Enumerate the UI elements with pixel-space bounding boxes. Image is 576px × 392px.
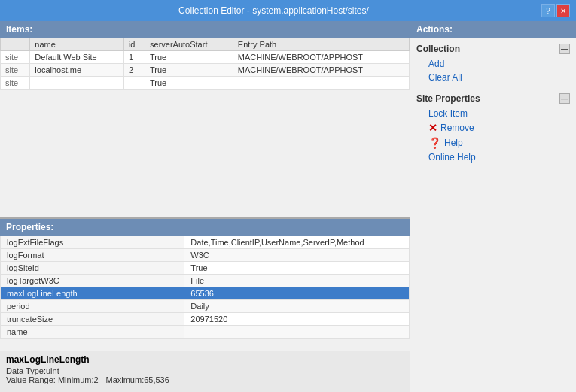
row-id: 2 — [123, 64, 145, 77]
row-entrypath: MACHINE/WEBROOT/APPHOST — [233, 51, 409, 64]
row-name — [30, 77, 124, 90]
help-label: Help — [444, 138, 463, 148]
close-window-btn[interactable]: ✕ — [556, 4, 570, 17]
prop-value-cell: 65536 — [184, 287, 410, 300]
table-row[interactable]: site True — [1, 77, 410, 90]
online-help-label: Online Help — [428, 152, 476, 163]
lock-item-action[interactable]: Lock Item — [416, 107, 570, 120]
clear-all-action[interactable]: Clear All — [416, 71, 570, 84]
help-window-btn[interactable]: ? — [541, 4, 555, 17]
remove-label: Remove — [440, 123, 474, 133]
site-properties-group: Site Properties — Lock Item ✕ Remove ❓ H… — [416, 93, 570, 164]
remove-x-icon: ✕ — [428, 122, 437, 134]
site-properties-title: Site Properties — [416, 93, 480, 104]
properties-header: Properties: — [0, 219, 410, 236]
collection-title: Collection — [416, 44, 460, 54]
properties-table: logExtFileFlags Date,Time,ClientIP,UserN… — [0, 236, 410, 339]
site-properties-collapse-btn[interactable]: — — [559, 93, 570, 104]
col-type — [1, 38, 30, 51]
row-entrypath: MACHINE/WEBROOT/APPHOST — [233, 64, 409, 77]
selected-prop-valuerange: Value Range: Minimum:2 - Maximum:65,536 — [6, 375, 404, 384]
row-serverautostart: True — [145, 51, 233, 64]
clear-all-label: Clear All — [428, 72, 462, 83]
row-type: site — [1, 64, 30, 77]
selected-prop-name: maxLogLineLength — [6, 354, 404, 365]
row-name: Default Web Site — [30, 51, 124, 64]
help-action[interactable]: ❓ Help — [416, 135, 570, 150]
prop-name-cell: truncateSize — [1, 313, 184, 326]
items-table: name id serverAutoStart Entry Path site … — [0, 38, 410, 90]
online-help-action[interactable]: Online Help — [416, 150, 570, 164]
actions-header: Actions: — [410, 21, 576, 38]
prop-value-cell: 20971520 — [184, 313, 410, 326]
table-row[interactable]: site Default Web Site 1 True MACHINE/WEB… — [1, 51, 410, 64]
prop-value-cell: W3C — [184, 249, 410, 262]
col-entrypath: Entry Path — [233, 38, 409, 51]
list-item[interactable]: logTargetW3C File — [1, 275, 410, 287]
prop-value-cell: File — [184, 275, 410, 287]
prop-name-cell: period — [1, 300, 184, 313]
prop-name-cell: logExtFileFlags — [1, 236, 184, 249]
col-name: name — [30, 38, 124, 51]
prop-name-cell: maxLogLineLength — [1, 287, 184, 300]
list-item[interactable]: period Daily — [1, 300, 410, 313]
col-serverautostart: serverAutoStart — [145, 38, 233, 51]
prop-value-cell: Daily — [184, 300, 410, 313]
lock-item-label: Lock Item — [428, 108, 468, 119]
list-item[interactable]: logExtFileFlags Date,Time,ClientIP,UserN… — [1, 236, 410, 249]
items-header: Items: — [0, 21, 410, 38]
row-id: 1 — [123, 51, 145, 64]
prop-name-cell: logFormat — [1, 249, 184, 262]
row-id — [123, 77, 145, 90]
property-info-bar: maxLogLineLength Data Type:uint Value Ra… — [0, 351, 410, 392]
title-text: Collection Editor - system.applicationHo… — [6, 5, 541, 16]
prop-name-cell: logTargetW3C — [1, 275, 184, 287]
row-serverautostart: True — [145, 64, 233, 77]
collection-collapse-btn[interactable]: — — [559, 44, 570, 54]
list-item[interactable]: truncateSize 20971520 — [1, 313, 410, 326]
list-item[interactable]: maxLogLineLength 65536 — [1, 287, 410, 300]
row-serverautostart: True — [145, 77, 233, 90]
row-name: localhost.me — [30, 64, 124, 77]
row-type: site — [1, 77, 30, 90]
table-row[interactable]: site localhost.me 2 True MACHINE/WEBROOT… — [1, 64, 410, 77]
title-bar: Collection Editor - system.applicationHo… — [0, 0, 576, 21]
row-entrypath — [233, 77, 409, 90]
selected-prop-datatype: Data Type:uint — [6, 366, 404, 375]
collection-group: Collection — Add Clear All — [416, 44, 570, 84]
help-q-icon: ❓ — [428, 137, 441, 149]
list-item[interactable]: name — [1, 326, 410, 339]
list-item[interactable]: logFormat W3C — [1, 249, 410, 262]
prop-value-cell: Date,Time,ClientIP,UserName,ServerIP,Met… — [184, 236, 410, 249]
prop-value-cell: True — [184, 262, 410, 275]
list-item[interactable]: logSiteId True — [1, 262, 410, 275]
col-id: id — [123, 38, 145, 51]
remove-action[interactable]: ✕ Remove — [416, 120, 570, 135]
prop-name-cell: logSiteId — [1, 262, 184, 275]
add-action[interactable]: Add — [416, 57, 570, 71]
prop-name-cell: name — [1, 326, 184, 339]
row-type: site — [1, 51, 30, 64]
add-label: Add — [428, 59, 444, 69]
prop-value-cell — [184, 326, 410, 339]
